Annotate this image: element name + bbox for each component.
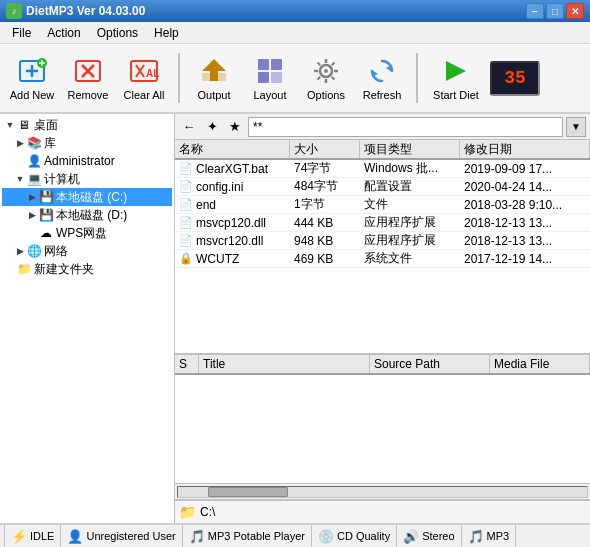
output-button[interactable]: Output [188,49,240,107]
status-player: 🎵 MP3 Potable Player [183,525,312,547]
tree-item-drive-c[interactable]: ▶ 💾 本地磁盘 (C:) [2,188,172,206]
h-scrollbar-thumb[interactable] [208,487,288,497]
file-type: 系统文件 [360,250,460,267]
status-stereo-label: Stereo [422,530,454,542]
pl-col-source[interactable]: Source Path [370,355,490,373]
speaker-icon: 🔊 [403,529,419,544]
status-quality-label: CD Quality [337,530,390,542]
status-user: 👤 Unregistered User [61,525,182,547]
playlist-header: S Title Source Path Media File [175,355,590,375]
start-diet-icon [440,55,472,87]
file-area: ← ✦ ★ ** ▼ 名称 大小 项目类型 修改日期 📄ClearXGT.bat… [175,114,590,523]
h-scroll-area [175,483,590,499]
svg-marker-32 [446,61,466,81]
tree-item-new-folder[interactable]: 📁 新建文件夹 [2,260,172,278]
file-size: 469 KB [290,250,360,267]
tree-item-library[interactable]: ▶ 📚 库 [2,134,172,152]
file-row[interactable]: 📄ClearXGT.bat 74字节 Windows 批... 2019-09-… [175,160,590,178]
menu-action[interactable]: Action [39,24,88,42]
menu-file[interactable]: File [4,24,39,42]
drive-d-icon: 💾 [38,207,54,223]
svg-marker-30 [386,65,392,72]
bottom-path-bar: 📁 C:\ [175,499,590,523]
mp3-icon: 🎵 [468,529,484,544]
file-row[interactable]: 📄end 1字节 文件 2018-03-28 9:10... [175,196,590,214]
svg-rect-19 [271,72,282,83]
tree-label: Administrator [44,154,115,168]
tree-item-network[interactable]: ▶ 🌐 网络 [2,242,172,260]
user-icon: 👤 [67,529,83,544]
col-name[interactable]: 名称 [175,140,290,158]
expand-icon: ▼ [14,173,26,185]
maximize-button[interactable]: □ [546,3,564,19]
file-name: 🔒WCUTZ [175,250,290,267]
path-text: ** [253,120,262,134]
tree-label: 桌面 [34,117,58,134]
status-idle-label: IDLE [30,530,54,542]
menu-options[interactable]: Options [89,24,146,42]
star-btn[interactable]: ★ [225,117,245,137]
back-btn[interactable]: ← [179,117,199,137]
col-size[interactable]: 大小 [290,140,360,158]
current-path: C:\ [200,505,215,519]
file-type: 应用程序扩展 [360,214,460,231]
pl-col-media[interactable]: Media File [490,355,590,373]
menu-bar: File Action Options Help [0,22,590,44]
col-type[interactable]: 项目类型 [360,140,460,158]
svg-line-26 [318,62,321,65]
file-list: 名称 大小 项目类型 修改日期 📄ClearXGT.bat 74字节 Windo… [175,140,590,353]
menu-help[interactable]: Help [146,24,187,42]
tree-item-drive-d[interactable]: ▶ 💾 本地磁盘 (D:) [2,206,172,224]
svg-rect-18 [258,72,269,83]
tree-label: 库 [44,135,56,152]
computer-icon: 💻 [26,171,42,187]
file-date: 2018-12-13 13... [460,232,590,249]
remove-icon [72,55,104,87]
tree-item-wps[interactable]: ☁ WPS网盘 [2,224,172,242]
file-row[interactable]: 📄config.ini 484字节 配置设置 2020-04-24 14... [175,178,590,196]
music-icon: 🎵 [189,529,205,544]
file-size: 444 KB [290,214,360,231]
tree-item-desktop[interactable]: ▼ 🖥 桌面 [2,116,172,134]
favorites-btn[interactable]: ✦ [202,117,222,137]
start-diet-button[interactable]: Start Diet [426,49,486,107]
svg-line-29 [318,77,321,80]
pl-col-s[interactable]: S [175,355,199,373]
file-date: 2018-03-28 9:10... [460,196,590,213]
close-button[interactable]: ✕ [566,3,584,19]
drive-c-icon: 💾 [38,189,54,205]
remove-label: Remove [68,89,109,101]
tree-item-computer[interactable]: ▼ 💻 计算机 [2,170,172,188]
file-size: 74字节 [290,160,360,177]
col-date[interactable]: 修改日期 [460,140,590,158]
path-dropdown[interactable]: ▼ [566,117,586,137]
file-row[interactable]: 🔒WCUTZ 469 KB 系统文件 2017-12-19 14... [175,250,590,268]
start-diet-label: Start Diet [433,89,479,101]
expand-icon [14,155,26,167]
file-name: 📄config.ini [175,178,290,195]
wps-icon: ☁ [38,225,54,241]
h-scrollbar[interactable] [177,486,588,498]
title-bar: ♪ DietMP3 Ver 04.03.00 − □ ✕ [0,0,590,22]
clear-all-button[interactable]: ALL Clear All [118,49,170,107]
toolbar-sep-1 [178,53,180,103]
minimize-button[interactable]: − [526,3,544,19]
remove-button[interactable]: Remove [62,49,114,107]
file-row[interactable]: 📄msvcр120.dll 444 KB 应用程序扩展 2018-12-13 1… [175,214,590,232]
add-new-button[interactable]: Add New [6,49,58,107]
options-button[interactable]: Options [300,49,352,107]
file-date: 2020-04-24 14... [460,178,590,195]
svg-line-27 [332,77,335,80]
file-tree-sidebar: ▼ 🖥 桌面 ▶ 📚 库 👤 Administrator ▼ 💻 计算机 ▶ 💾… [0,114,175,523]
svg-rect-16 [258,59,269,70]
refresh-button[interactable]: Refresh [356,49,408,107]
status-bar: ⚡ IDLE 👤 Unregistered User 🎵 MP3 Potable… [0,523,590,547]
refresh-label: Refresh [363,89,402,101]
pl-col-title[interactable]: Title [199,355,370,373]
layout-button[interactable]: Layout [244,49,296,107]
window-controls: − □ ✕ [526,3,584,19]
tree-item-administrator[interactable]: 👤 Administrator [2,152,172,170]
expand-icon [4,263,16,275]
file-row[interactable]: 📄msvcr120.dll 948 KB 应用程序扩展 2018-12-13 1… [175,232,590,250]
library-icon: 📚 [26,135,42,151]
